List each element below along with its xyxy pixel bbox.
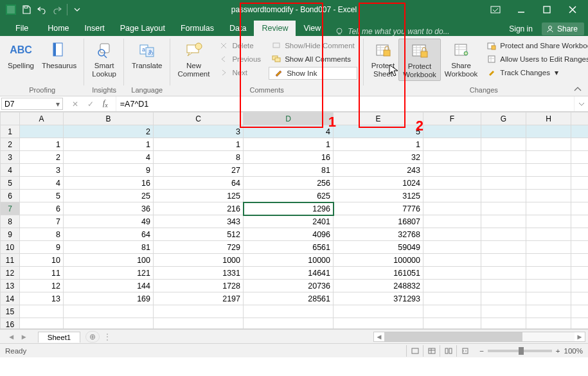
- column-header-G[interactable]: G: [481, 112, 526, 125]
- cell-D10[interactable]: 6561: [244, 241, 334, 254]
- tab-page-layout[interactable]: Page Layout: [112, 21, 173, 36]
- cell-B12[interactable]: 121: [64, 267, 154, 280]
- undo-button[interactable]: [35, 3, 49, 17]
- column-header-D[interactable]: D: [244, 112, 334, 125]
- allow-users-button[interactable]: Allow Users to Edit Ranges: [484, 53, 588, 65]
- new-comment-button[interactable]: New Comment: [174, 39, 214, 81]
- cell-H11[interactable]: [526, 254, 571, 267]
- cell-H14[interactable]: [526, 292, 571, 305]
- cell-F9[interactable]: [423, 228, 481, 241]
- cell-E2[interactable]: 1: [334, 138, 423, 151]
- column-header-F[interactable]: F: [423, 112, 481, 125]
- cell-I14[interactable]: [571, 292, 589, 305]
- cell-H16[interactable]: [526, 318, 571, 329]
- thesaurus-button[interactable]: Thesaurus: [38, 39, 80, 71]
- cell-D11[interactable]: 10000: [244, 254, 334, 267]
- cell-F6[interactable]: [423, 190, 481, 202]
- tab-home[interactable]: Home: [40, 21, 76, 36]
- column-header-B[interactable]: B: [64, 112, 154, 125]
- cell-E3[interactable]: 32: [334, 151, 423, 164]
- cell-G1[interactable]: [481, 125, 526, 138]
- maximize-button[interactable]: [535, 2, 558, 17]
- name-box[interactable]: D7 ▾: [1, 98, 63, 110]
- cell-F15[interactable]: [423, 305, 481, 318]
- row-header-6[interactable]: 6: [1, 190, 20, 202]
- cell-C10[interactable]: 729: [154, 241, 244, 254]
- new-sheet-button[interactable]: ⊕: [85, 331, 100, 343]
- cell-B13[interactable]: 144: [64, 280, 154, 292]
- close-button[interactable]: [561, 2, 584, 17]
- expand-formula-button[interactable]: [574, 96, 588, 111]
- cell-E1[interactable]: 5: [334, 125, 423, 138]
- cell-F14[interactable]: [423, 292, 481, 305]
- cell-C13[interactable]: 1728: [154, 280, 244, 292]
- cell-A10[interactable]: 9: [20, 241, 64, 254]
- cell-E8[interactable]: 16807: [334, 215, 423, 228]
- cell-E4[interactable]: 243: [334, 164, 423, 177]
- cell-I5[interactable]: [571, 177, 589, 190]
- cell-G8[interactable]: [481, 215, 526, 228]
- cell-A14[interactable]: 13: [20, 292, 64, 305]
- cell-H13[interactable]: [526, 280, 571, 292]
- cell-B11[interactable]: 100: [64, 254, 154, 267]
- cell-E12[interactable]: 161051: [334, 267, 423, 280]
- cell-E10[interactable]: 59049: [334, 241, 423, 254]
- cell-D6[interactable]: 625: [244, 190, 334, 202]
- cell-D4[interactable]: 81: [244, 164, 334, 177]
- cell-H8[interactable]: [526, 215, 571, 228]
- cell-B8[interactable]: 49: [64, 215, 154, 228]
- cell-B16[interactable]: [64, 318, 154, 329]
- cell-I8[interactable]: [571, 215, 589, 228]
- cell-G7[interactable]: [481, 202, 526, 215]
- cell-E16[interactable]: [334, 318, 423, 329]
- cell-D1[interactable]: 4: [244, 125, 334, 138]
- cell-H5[interactable]: [526, 177, 571, 190]
- cell-H2[interactable]: [526, 138, 571, 151]
- cell-E15[interactable]: [334, 305, 423, 318]
- page-layout-view-button[interactable]: [440, 345, 456, 357]
- cell-C5[interactable]: 64: [154, 177, 244, 190]
- cell-I3[interactable]: [571, 151, 589, 164]
- cell-A1[interactable]: [20, 125, 64, 138]
- column-header-H[interactable]: H: [526, 112, 571, 125]
- row-header-16[interactable]: 16: [1, 318, 20, 329]
- cell-A12[interactable]: 11: [20, 267, 64, 280]
- record-macro-button[interactable]: [406, 345, 423, 357]
- show-all-comments-button[interactable]: Show All Comments: [269, 53, 357, 65]
- insert-function-button[interactable]: fx: [103, 98, 108, 109]
- cell-G2[interactable]: [481, 138, 526, 151]
- cell-B7[interactable]: 36: [64, 202, 154, 215]
- cell-H1[interactable]: [526, 125, 571, 138]
- zoom-slider[interactable]: [488, 350, 552, 352]
- cell-F12[interactable]: [423, 267, 481, 280]
- horizontal-scrollbar[interactable]: ◄ ►: [373, 332, 585, 342]
- cell-G11[interactable]: [481, 254, 526, 267]
- cell-F4[interactable]: [423, 164, 481, 177]
- redo-button[interactable]: [50, 3, 64, 17]
- row-header-1[interactable]: 1: [1, 125, 20, 138]
- protect-share-workbook-button[interactable]: Protect and Share Workbook: [484, 40, 588, 51]
- cell-D3[interactable]: 16: [244, 151, 334, 164]
- scroll-right-button[interactable]: ►: [575, 333, 585, 341]
- tab-view[interactable]: View: [296, 21, 328, 36]
- cell-A15[interactable]: [20, 305, 64, 318]
- scroll-thumb[interactable]: [384, 332, 522, 341]
- zoom-out-button[interactable]: −: [479, 347, 484, 355]
- cell-B1[interactable]: 2: [64, 125, 154, 138]
- cell-D13[interactable]: 20736: [244, 280, 334, 292]
- cell-I7[interactable]: [571, 202, 589, 215]
- cell-A9[interactable]: 8: [20, 228, 64, 241]
- tab-review[interactable]: Review: [254, 21, 296, 36]
- formula-input[interactable]: =A7^D1: [116, 96, 574, 111]
- collapse-ribbon-button[interactable]: [571, 84, 584, 94]
- cell-I1[interactable]: [571, 125, 589, 138]
- page-break-view-button[interactable]: [456, 345, 473, 357]
- translate-button[interactable]: aあ Translate: [128, 39, 166, 71]
- row-header-9[interactable]: 9: [1, 228, 20, 241]
- cell-G14[interactable]: [481, 292, 526, 305]
- cell-C9[interactable]: 512: [154, 228, 244, 241]
- cell-D8[interactable]: 2401: [244, 215, 334, 228]
- cell-C6[interactable]: 125: [154, 190, 244, 202]
- cell-C15[interactable]: [154, 305, 244, 318]
- sheet-nav-prev-icon[interactable]: ◄: [5, 332, 17, 342]
